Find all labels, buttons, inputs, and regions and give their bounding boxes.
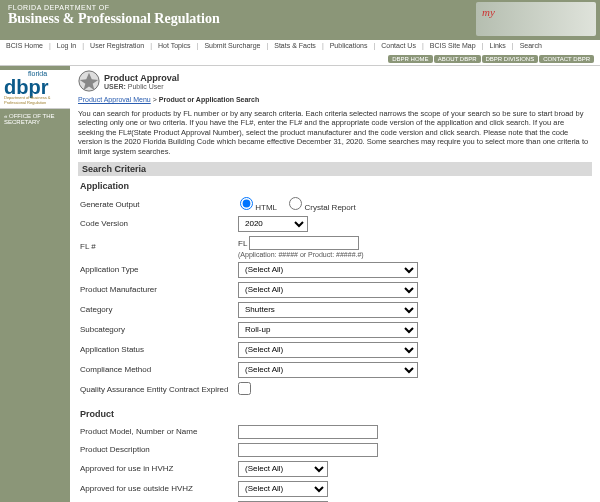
app-status-select[interactable]: (Select All) <box>238 342 418 358</box>
out-hvhz-select[interactable]: (Select All) <box>238 481 328 497</box>
nav-bcis-home[interactable]: BCIS Home <box>6 42 43 49</box>
nav-links[interactable]: Links <box>489 42 505 49</box>
compliance-select[interactable]: (Select All) <box>238 362 418 378</box>
nav-search[interactable]: Search <box>520 42 542 49</box>
nav-hot-topics[interactable]: Hot Topics <box>158 42 191 49</box>
main-content: Product Approval USER: Public User Produ… <box>70 66 600 502</box>
qa-expired-checkbox[interactable] <box>238 382 251 395</box>
category-label: Category <box>78 305 238 314</box>
sidebar: florida dbpr Department of Business & Pr… <box>0 66 70 502</box>
tab-dbpr-home[interactable]: DBPR HOME <box>388 55 432 63</box>
in-hvhz-label: Approved for use in HVHZ <box>78 464 238 473</box>
tab-about[interactable]: ABOUT DBPR <box>434 55 481 63</box>
header-banner: FLORIDA DEPARTMENT OF Business & Profess… <box>0 0 600 40</box>
code-version-select[interactable]: 2020 <box>238 216 308 232</box>
manufacturer-label: Product Manufacturer <box>78 285 238 294</box>
out-hvhz-label: Approved for use outside HVHZ <box>78 484 238 493</box>
model-input[interactable] <box>238 425 378 439</box>
header-tabs: DBPR HOME ABOUT DBPR DBPR DIVISIONS CONT… <box>388 55 594 63</box>
top-nav: BCIS Home| Log In| User Registration| Ho… <box>0 40 600 66</box>
generate-output-label: Generate Output <box>78 200 238 209</box>
description-label: Product Description <box>78 445 238 454</box>
fl-number-input[interactable] <box>249 236 359 250</box>
fl-label: FL # <box>78 242 238 251</box>
output-crystal-radio[interactable] <box>289 197 302 210</box>
sidebar-office-link[interactable]: « OFFICE OF THE SECRETARY <box>0 109 70 129</box>
description-input[interactable] <box>238 443 378 457</box>
qa-expired-label: Quality Assurance Entity Contract Expire… <box>78 385 238 394</box>
product-header: Product <box>78 401 592 425</box>
tab-divisions[interactable]: DBPR DIVISIONS <box>482 55 539 63</box>
compliance-label: Compliance Method <box>78 365 238 374</box>
nav-contact[interactable]: Contact Us <box>381 42 416 49</box>
breadcrumb-menu-link[interactable]: Product Approval Menu <box>78 96 151 103</box>
tab-contact[interactable]: CONTACT DBPR <box>539 55 594 63</box>
code-version-label: Code Version <box>78 219 238 228</box>
manufacturer-select[interactable]: (Select All) <box>238 282 418 298</box>
nav-sitemap[interactable]: BCIS Site Map <box>430 42 476 49</box>
application-header: Application <box>78 179 592 197</box>
fl-hint: (Application: ##### or Product: #####.#) <box>238 251 592 258</box>
user-line: USER: Public User <box>104 83 179 90</box>
intro-text: You can search for products by FL number… <box>78 109 592 156</box>
product-approval-icon <box>78 70 100 92</box>
breadcrumb-current: Product or Application Search <box>159 96 259 103</box>
search-criteria-header: Search Criteria <box>78 162 592 176</box>
nav-login[interactable]: Log In <box>57 42 76 49</box>
logo: florida dbpr Department of Business & Pr… <box>0 70 70 109</box>
category-select[interactable]: Shutters <box>238 302 418 318</box>
nav-user-reg[interactable]: User Registration <box>90 42 144 49</box>
subcategory-select[interactable]: Roll-up <box>238 322 418 338</box>
app-type-select[interactable]: (Select All) <box>238 262 418 278</box>
model-label: Product Model, Number or Name <box>78 427 238 436</box>
app-type-label: Application Type <box>78 265 238 274</box>
nav-stats[interactable]: Stats & Facts <box>274 42 316 49</box>
app-status-label: Application Status <box>78 345 238 354</box>
breadcrumb: Product Approval Menu > Product or Appli… <box>78 96 592 103</box>
subcategory-label: Subcategory <box>78 325 238 334</box>
nav-publications[interactable]: Publications <box>330 42 368 49</box>
banner-image <box>476 2 596 36</box>
nav-surcharge[interactable]: Submit Surcharge <box>204 42 260 49</box>
in-hvhz-select[interactable]: (Select All) <box>238 461 328 477</box>
output-html-radio[interactable] <box>240 197 253 210</box>
page-title: Product Approval <box>104 73 179 83</box>
